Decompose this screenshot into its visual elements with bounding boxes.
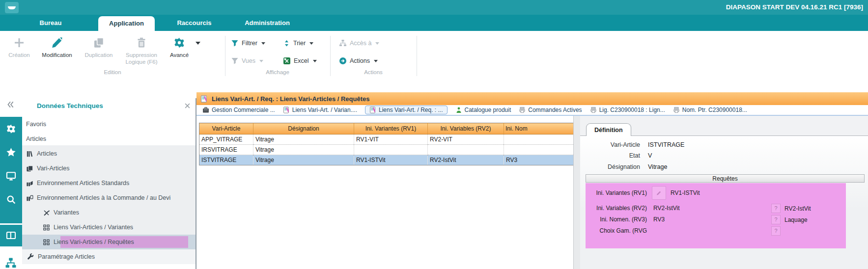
left-rail	[0, 117, 22, 223]
note-icon	[369, 107, 376, 113]
trier-button[interactable]: Trier	[283, 37, 313, 50]
monitor-icon[interactable]	[6, 171, 16, 181]
printer-icon	[673, 107, 680, 113]
vari-articles-table: Vari-Article Désignation Ini. Variantes …	[199, 123, 574, 165]
tree-item-articles-group[interactable]: Articles	[22, 132, 199, 146]
tab-liens-variantes[interactable]: Liens Vari-Art. / Varian....	[283, 107, 357, 113]
tree-item-parametrage[interactable]: Paramétrage Articles	[22, 249, 200, 264]
panel-title: Données Techniques	[37, 102, 103, 109]
requete-row-rv2: Ini. Variables (RV2) RV2-IstVit	[586, 204, 680, 212]
duplication-button[interactable]: Duplication	[80, 35, 118, 59]
vues-button[interactable]: Vues	[231, 54, 263, 67]
creation-button[interactable]: Création	[5, 35, 33, 59]
filtrer-button[interactable]: Filtrer	[231, 37, 265, 50]
workspace-header: Liens Vari-Art. / Req. : Liens Vari-Arti…	[196, 92, 868, 106]
note-icon	[283, 107, 290, 113]
requetes-section: Ini. Variantes (RV1) RV1-ISTVit Ini. Var…	[586, 183, 846, 248]
edit-requete-button[interactable]	[652, 186, 666, 200]
person-icon	[455, 107, 462, 113]
group-label-edition: Edition	[0, 69, 225, 75]
tab-nom-ptr-c230900018[interactable]: Nom. Ptr. C230900018...	[673, 107, 747, 113]
requetes-section-header: Requêtes	[586, 174, 865, 183]
app-title: DIAPASON START DEV 04.16.21 RC1 [7936]	[726, 0, 863, 15]
dropdown-caret[interactable]	[309, 42, 313, 45]
tab-definition[interactable]: Définition	[586, 123, 631, 136]
requete-right-rv2: ? RV2-IstVit	[771, 204, 811, 213]
table-row[interactable]: IRSVITRAGE Vitrage	[199, 145, 574, 155]
column-header[interactable]: Ini. Nom	[504, 123, 574, 134]
tab-lig-c230900018[interactable]: Lig. C230900018 : Lign...	[590, 107, 665, 113]
menu-application[interactable]: Application	[98, 16, 155, 31]
tab-commandes-actives[interactable]: Commandes Actives	[519, 107, 582, 113]
tab-strip: Gestion Commerciale ... Liens Vari-Art. …	[196, 105, 868, 116]
printer-icon	[590, 107, 597, 113]
dropdown-caret[interactable]	[261, 42, 265, 45]
env-standard-icon	[26, 180, 33, 187]
tab-catalogue-produit[interactable]: Catalogue produit	[455, 107, 511, 113]
tree-item-liens-requetes[interactable]: Liens Vari-Articles / Requêtes	[22, 235, 216, 249]
modification-button[interactable]: Modification	[36, 35, 78, 59]
title-bar: DIAPASON START DEV 04.16.21 RC1 [7936]	[0, 0, 868, 15]
help-button[interactable]: ?	[771, 204, 781, 213]
close-icon[interactable]	[184, 103, 191, 109]
search-icon[interactable]	[6, 194, 16, 205]
donnees-techniques-panel: Données Techniques Favoris Articles Arti…	[22, 98, 196, 269]
dropdown-caret[interactable]	[374, 60, 378, 62]
field-vari-article: Vari-Article ISTVITRAGE	[580, 140, 684, 149]
excel-button[interactable]: Excel	[283, 54, 317, 67]
menu-raccourcis[interactable]: Raccourcis	[171, 15, 218, 31]
pencil-icon	[51, 35, 63, 51]
actions-button[interactable]: Actions	[339, 54, 378, 67]
suppression-logique-button[interactable]: Suppression Logique (F6)	[120, 35, 163, 66]
ribbon-separator	[417, 36, 417, 76]
arrow-circle-icon	[339, 57, 347, 65]
hierarchy-icon[interactable]	[5, 257, 17, 269]
help-button[interactable]: ?	[771, 215, 781, 224]
dropdown-caret[interactable]	[259, 60, 263, 62]
column-header[interactable]: Vari-Article	[199, 123, 253, 134]
tree-item-liens-variantes[interactable]: Liens Vari-Articles / Variantes	[22, 220, 216, 235]
column-header[interactable]: Désignation	[253, 123, 354, 134]
dropdown-caret[interactable]	[375, 42, 379, 45]
table-row[interactable]: APP_VITRAGE Vitrage RV1-VIT RV2-VIT	[199, 134, 574, 145]
collapse-panel-icon[interactable]	[6, 100, 15, 109]
column-header[interactable]: Ini. Variables (RV2)	[428, 123, 504, 134]
group-label-affichage: Affichage	[225, 69, 330, 75]
star-icon[interactable]	[6, 147, 16, 158]
tab-gestion-commerciale[interactable]: Gestion Commerciale ...	[202, 107, 275, 113]
grid-icon	[43, 239, 50, 246]
menu-bureau[interactable]: Bureau	[24, 15, 78, 31]
tree-item-env-commande[interactable]: Environnement Articles à la Commande / a…	[22, 190, 199, 205]
menu-bar: Bureau Application Raccourcis Administra…	[0, 15, 868, 31]
column-header[interactable]: Ini. Variantes (RV1)	[354, 123, 428, 134]
plus-icon	[13, 35, 25, 51]
tree-item-env-standards[interactable]: Environnement Articles Standards	[22, 176, 199, 190]
tree-item-vari-articles[interactable]: Vari-Articles	[22, 161, 199, 176]
ribbon: Création Modification Duplication Suppre…	[0, 31, 868, 92]
filter-icon	[231, 39, 239, 47]
excel-icon	[283, 57, 291, 65]
requete-row-rv1: Ini. Variantes (RV1) RV1-ISTVit	[586, 186, 700, 199]
avance-dropdown-caret[interactable]	[196, 42, 200, 45]
tab-liens-requetes[interactable]: Liens Vari-Art. / Req. : ...	[365, 106, 448, 114]
avance-button[interactable]: Avancé	[165, 35, 194, 59]
pen-icon	[656, 189, 663, 196]
split-view-icon[interactable]	[6, 230, 16, 241]
help-button[interactable]: ?	[771, 226, 781, 236]
tree-item-articles[interactable]: Articles	[22, 146, 199, 161]
acces-a-button[interactable]: Accès à	[339, 37, 379, 50]
cards-icon	[26, 165, 33, 172]
wrench-icon	[27, 253, 34, 261]
group-label-actions: Actions	[330, 69, 417, 75]
table-row-selected[interactable]: ISTVITRAGE Vitrage RV1-ISTVit RV2-IstVit…	[199, 155, 574, 165]
definition-panel: Définition Vari-Article ISTVITRAGE Etat …	[580, 116, 868, 269]
books-icon	[26, 150, 33, 158]
requete-right-rv3: ? Laquage	[771, 215, 808, 224]
tree-item-variantes[interactable]: Variantes	[22, 205, 216, 220]
briefcase-icon	[202, 107, 209, 113]
table-header-row: Vari-Article Désignation Ini. Variantes …	[199, 123, 574, 134]
tree-item-favoris[interactable]: Favoris	[22, 117, 199, 132]
menu-administration[interactable]: Administration	[235, 15, 300, 31]
settings-icon[interactable]	[6, 124, 16, 134]
dropdown-caret[interactable]	[313, 60, 317, 62]
